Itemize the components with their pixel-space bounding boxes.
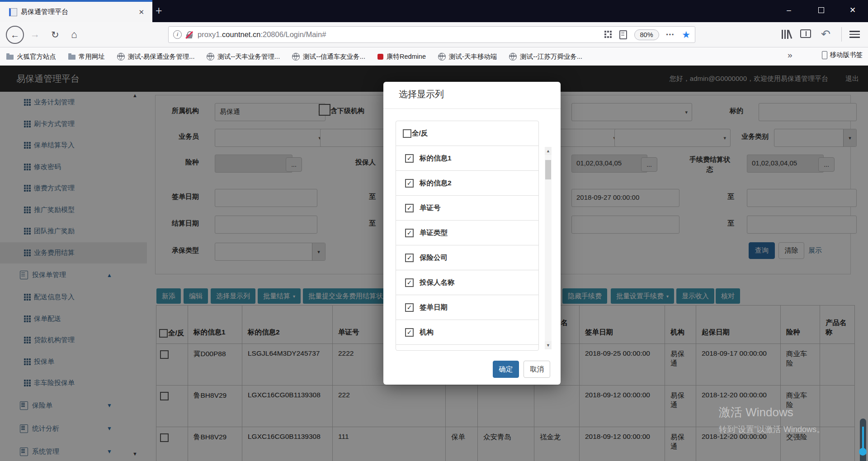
column-checkbox-row[interactable]: 标的信息1	[396, 146, 538, 171]
settle-status-browse-button[interactable]: ...	[641, 157, 657, 172]
library-icon[interactable]	[780, 28, 792, 40]
sidebar-item[interactable]: 非车险投保单	[0, 372, 147, 394]
sidebar-item[interactable]: 保险单 ▼	[0, 394, 147, 417]
hide-fee-button[interactable]: 隐藏手续费	[562, 288, 607, 304]
underwrite-type-select[interactable]: ▾	[215, 243, 326, 261]
confirm-button[interactable]: 确定	[493, 361, 519, 378]
column-header[interactable]: 险种	[781, 306, 820, 344]
column-header[interactable]: 起保日期	[696, 306, 781, 344]
fee-status-browse-button[interactable]: ...	[818, 157, 835, 172]
zoom-level-badge[interactable]: 80%	[634, 29, 659, 40]
insurance-browse-button[interactable]: ...	[286, 157, 302, 172]
batch-set-fee-button[interactable]: 批量设置手续费▾	[611, 288, 674, 304]
column-checkbox-row[interactable]: 签单日期	[396, 295, 538, 320]
site-info-icon[interactable]: i	[173, 30, 182, 39]
select-all-checkbox[interactable]	[403, 129, 411, 138]
bookmarks-overflow-chevron[interactable]: »	[788, 50, 793, 60]
settle-status-input[interactable]: 01,02,03,04,05	[571, 155, 647, 173]
bookmark-item[interactable]: 康特Redmine	[377, 52, 426, 61]
window-close-button[interactable]: ✕	[842, 0, 863, 20]
row-checkbox[interactable]	[160, 392, 169, 400]
url-bar[interactable]: i proxy1.countnet.cn:20806/Login/Main# 8…	[168, 26, 695, 43]
column-checkbox[interactable]	[405, 303, 414, 312]
sidebar-item[interactable]: 业务费用结算	[0, 242, 147, 264]
row-checkbox[interactable]	[160, 350, 169, 359]
browser-tab[interactable]: 易保通管理平台 ✕	[0, 0, 152, 22]
expand-link[interactable]: 展示	[808, 246, 822, 255]
scrollbar-thumb[interactable]	[545, 160, 551, 179]
bookmark-item[interactable]: 常用网址	[68, 52, 105, 61]
sign-date-from-input[interactable]	[215, 189, 317, 207]
column-checkbox-row[interactable]: 单证号	[396, 196, 538, 221]
sidebar-item[interactable]: 业务计划管理	[0, 92, 147, 113]
select-all-checkbox[interactable]	[159, 329, 168, 338]
sidebar-item[interactable]: 缴费方式管理	[0, 178, 147, 199]
insecure-lock-icon[interactable]	[186, 31, 193, 38]
sidebar-item[interactable]: 系统管理 ▼	[0, 440, 147, 461]
sidebar-item[interactable]: 保单结算导入	[0, 135, 147, 156]
modal-scrollbar[interactable]: ▲ ▼	[545, 147, 552, 349]
window-minimize-button[interactable]: –	[778, 0, 799, 20]
column-checkbox-row[interactable]	[396, 345, 538, 351]
sidebar-item[interactable]: 保单配送	[0, 308, 147, 330]
column-checkbox-row[interactable]: 标的信息2	[396, 171, 538, 196]
fee-status-input[interactable]: 01,02,03,04,05	[747, 155, 824, 173]
column-checkbox-row[interactable]: 投保人名称	[396, 270, 538, 295]
choose-columns-button[interactable]: 选择显示列	[211, 288, 255, 304]
select-all-row[interactable]: 全/反	[396, 121, 538, 146]
bookmark-item[interactable]: 测试--江苏万舜业务...	[509, 52, 582, 61]
bookmark-item[interactable]: 测试-易保通业务管理...	[117, 52, 194, 61]
sign-date-to-input[interactable]: 2018-09-27 00:00:00	[571, 189, 679, 207]
window-maximize-button[interactable]	[811, 0, 831, 20]
undo-icon[interactable]: ↶	[821, 28, 830, 41]
sidebar-item[interactable]: 修改密码	[0, 156, 147, 178]
sidebar-item[interactable]: 推广奖励模型	[0, 199, 147, 221]
column-checkbox[interactable]	[405, 229, 414, 237]
column-checkbox-row[interactable]: 保险公司	[396, 245, 538, 270]
tab-close-icon[interactable]: ✕	[135, 8, 148, 16]
forward-button[interactable]: →	[30, 29, 40, 40]
column-checkbox[interactable]	[405, 154, 414, 163]
sidebar-item[interactable]: 投保单	[0, 351, 147, 373]
sidebar-item[interactable]: 团队推广奖励	[0, 221, 147, 242]
sidebar-scroll-up-icon[interactable]: ▲	[132, 93, 137, 98]
sidebar-item[interactable]: 配送信息导入	[0, 287, 147, 308]
sidebar-item[interactable]: 投保单管理 ▲	[0, 263, 147, 287]
salesman-select[interactable]: ▾	[215, 129, 326, 147]
sidebar-scroll-down-icon[interactable]: ▼	[132, 451, 137, 456]
column-header[interactable]: 标的信息1	[188, 306, 242, 344]
show-income-button[interactable]: 显示收入	[676, 288, 714, 304]
sidebar-item[interactable]: 统计分析 ▼	[0, 417, 147, 440]
url-text[interactable]: proxy1.countnet.cn:20806/Login/Main#	[198, 30, 326, 39]
batch-settle-button[interactable]: 批量结算▾	[258, 288, 301, 304]
logout-link[interactable]: 退出	[845, 66, 859, 92]
column-checkbox[interactable]	[405, 179, 414, 188]
check-button[interactable]: 核对	[716, 288, 740, 304]
column-header[interactable]: 标的信息2	[242, 306, 333, 344]
target-input[interactable]	[759, 103, 857, 121]
mobile-bookmarks[interactable]: 移动版书签	[822, 51, 863, 59]
settle-date-to-input[interactable]	[747, 216, 857, 234]
settle-date-from-input[interactable]	[215, 216, 317, 234]
insurer-select[interactable]: ▾	[571, 103, 692, 121]
bookmark-item[interactable]: 测试-天丰移动端	[438, 52, 497, 61]
table-row[interactable]: 鲁BH8V29 LGXC16CG0B1139308 222 2018-09-12…	[156, 386, 855, 427]
hamburger-menu-icon[interactable]	[849, 31, 860, 38]
sidebar-item[interactable]: 贷款机构管理	[0, 329, 147, 351]
scroll-down-icon[interactable]: ▼	[545, 341, 552, 349]
column-checkbox[interactable]	[405, 254, 414, 262]
reader-mode-icon[interactable]	[619, 30, 627, 39]
new-tab-button[interactable]: +	[156, 4, 162, 17]
column-header[interactable]: 机构	[665, 306, 696, 344]
query-button[interactable]: 查询	[749, 242, 775, 259]
edge-scrollbar-thumb[interactable]	[859, 448, 867, 456]
column-header[interactable]: 签单日期	[580, 306, 665, 344]
row-checkbox[interactable]	[160, 433, 169, 442]
sign-date-to-input-2[interactable]	[747, 189, 857, 207]
qr-code-icon[interactable]	[604, 31, 612, 38]
back-button[interactable]: ←	[6, 26, 24, 44]
settle-date-mid-input[interactable]	[571, 216, 679, 234]
team-select[interactable]: ▾	[614, 129, 731, 147]
home-button[interactable]: ⌂	[71, 28, 77, 41]
refresh-button[interactable]: ↻	[51, 29, 59, 40]
